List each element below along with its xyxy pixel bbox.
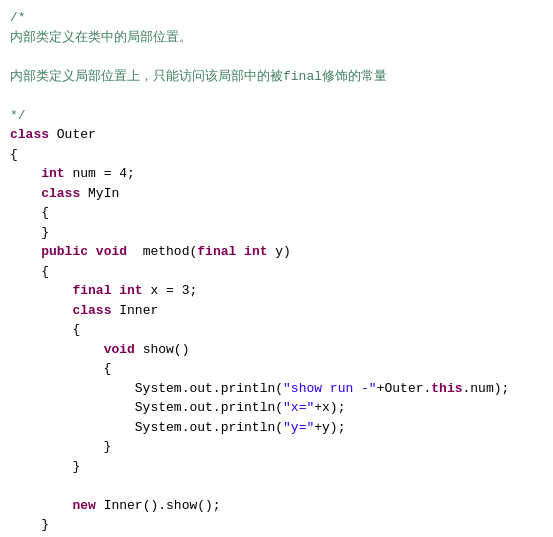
code-line <box>10 47 543 67</box>
code-line: void show() <box>10 340 543 360</box>
code-token: { <box>10 361 111 376</box>
code-line: System.out.println("y="+y); <box>10 418 543 438</box>
code-line: class Outer <box>10 125 543 145</box>
code-line: public void method(final int y) <box>10 242 543 262</box>
code-token: } <box>10 225 49 240</box>
code-token: MyIn <box>80 186 119 201</box>
code-token <box>88 244 96 259</box>
code-token <box>10 166 41 181</box>
code-line: int num = 4; <box>10 164 543 184</box>
code-token: { <box>10 264 49 279</box>
code-token: System.out.println( <box>10 420 283 435</box>
code-token: class <box>72 303 111 318</box>
code-token: int <box>41 166 64 181</box>
code-token: class <box>41 186 80 201</box>
code-container: /*内部类定义在类中的局部位置。 内部类定义局部位置上，只能访问该局部中的被fi… <box>0 0 553 537</box>
code-line: */ <box>10 106 543 126</box>
code-line: final int x = 3; <box>10 281 543 301</box>
code-token <box>10 342 104 357</box>
code-token: */ <box>10 108 26 123</box>
code-token: "show run -" <box>283 381 377 396</box>
code-line: } <box>10 437 543 457</box>
code-token: +Outer. <box>377 381 432 396</box>
code-line: } <box>10 223 543 243</box>
code-token: /* <box>10 10 26 25</box>
code-token: "x=" <box>283 400 314 415</box>
code-line: { <box>10 203 543 223</box>
code-token <box>10 283 72 298</box>
code-token: num = 4; <box>65 166 135 181</box>
code-token: this <box>431 381 462 396</box>
code-token: "y=" <box>283 420 314 435</box>
code-line: { <box>10 320 543 340</box>
code-token: Outer <box>49 127 96 142</box>
code-token: } <box>10 439 111 454</box>
code-token: int <box>244 244 267 259</box>
code-line: { <box>10 145 543 165</box>
code-line: new Inner().show(); <box>10 496 543 516</box>
code-token: System.out.println( <box>10 381 283 396</box>
code-token: } <box>10 517 49 532</box>
code-token: { <box>10 205 49 220</box>
code-line: class Inner <box>10 301 543 321</box>
code-token: class <box>10 127 49 142</box>
code-line: /* <box>10 8 543 28</box>
code-token: { <box>10 322 80 337</box>
code-token: new <box>72 498 95 513</box>
code-token <box>10 186 41 201</box>
code-token: +x); <box>314 400 345 415</box>
code-line: } <box>10 457 543 477</box>
code-line: System.out.println("x="+x); <box>10 398 543 418</box>
code-token: public <box>41 244 88 259</box>
code-token: 内部类定义在类中的局部位置。 <box>10 30 192 45</box>
code-token: final <box>197 244 236 259</box>
code-token: Inner <box>111 303 158 318</box>
code-token: y) <box>268 244 291 259</box>
code-token: +y); <box>314 420 345 435</box>
code-token <box>10 303 72 318</box>
code-line: 内部类定义在类中的局部位置。 <box>10 28 543 48</box>
code-line: class MyIn <box>10 184 543 204</box>
code-line: 内部类定义局部位置上，只能访问该局部中的被final修饰的常量 <box>10 67 543 87</box>
code-token <box>236 244 244 259</box>
code-token: int <box>119 283 142 298</box>
code-token: void <box>96 244 127 259</box>
code-token: void <box>104 342 135 357</box>
code-token <box>10 244 41 259</box>
code-token: x = 3; <box>143 283 198 298</box>
code-token: System.out.println( <box>10 400 283 415</box>
code-line: { <box>10 359 543 379</box>
code-token: .num); <box>463 381 510 396</box>
code-line <box>10 476 543 496</box>
code-line <box>10 86 543 106</box>
code-token: { <box>10 147 18 162</box>
code-token: show() <box>135 342 190 357</box>
code-line: } <box>10 515 543 535</box>
code-line: { <box>10 262 543 282</box>
code-token <box>10 498 72 513</box>
code-line: System.out.println("show run -"+Outer.th… <box>10 379 543 399</box>
code-token: } <box>10 459 80 474</box>
code-token: Inner().show(); <box>96 498 221 513</box>
code-token: 内部类定义局部位置上，只能访问该局部中的被final修饰的常量 <box>10 69 387 84</box>
code-token: final <box>72 283 111 298</box>
code-token: method( <box>127 244 197 259</box>
